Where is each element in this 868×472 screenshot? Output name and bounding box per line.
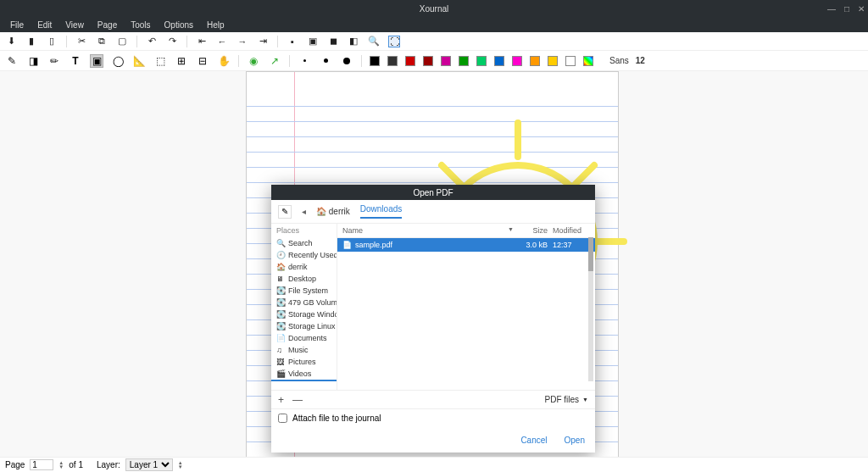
menu-file[interactable]: File [3,20,31,30]
ruler-icon[interactable]: ↗ [268,54,281,68]
file-list-header[interactable]: Name ▼ Size Modified [337,224,595,238]
path-back-button[interactable]: ◂ [302,207,306,216]
col-modified: Modified [548,226,590,235]
highlighter-tool[interactable]: ✏ [47,54,61,68]
fullscreen-button[interactable]: ⛶ [388,36,400,47]
place-documents[interactable]: 📄Documents [271,332,337,344]
place-derrik[interactable]: 🏠derrik [271,261,337,273]
text-tool[interactable]: T [69,54,82,68]
eraser-tool[interactable]: ◨ [26,54,40,68]
place-479-gb-volume[interactable]: 💽479 GB Volume [271,297,337,308]
places-sidebar: Places 🔍Search🕘Recently Used🏠derrik🖥Desk… [271,224,337,390]
zoom-tool-button[interactable]: 🔍 [368,36,380,47]
menu-tools[interactable]: Tools [124,20,157,30]
menu-page[interactable]: Page [91,20,124,30]
remove-bookmark-button[interactable]: — [292,394,303,406]
layer-spinner[interactable]: ▲▼ [178,461,183,469]
place-file-system[interactable]: 💽File System [271,285,337,297]
save-button[interactable]: ⬇ [5,36,17,47]
place-recently-used[interactable]: 🕘Recently Used [271,249,337,261]
color-pink[interactable] [512,56,522,66]
color-green[interactable] [459,56,469,66]
place-pictures[interactable]: 🖼Pictures [271,356,337,368]
vertical-space-tool[interactable]: ⊟ [196,54,209,68]
cut-button[interactable]: ✂ [75,36,87,47]
edit-path-button[interactable]: ✎ [278,205,292,219]
prev-page-button[interactable]: ← [216,36,228,47]
color-black[interactable] [370,56,380,66]
undo-button[interactable]: ↶ [146,36,158,47]
color-red[interactable] [405,56,415,66]
open-button[interactable]: Open [565,436,585,445]
shape-tool[interactable]: ◯ [111,54,125,68]
color-yellow[interactable] [548,56,558,66]
maximize-button[interactable]: □ [844,4,849,14]
font-size: 12 [636,56,645,65]
zoom-in-button[interactable]: ◼ [327,36,339,47]
shape-recognizer-tool[interactable]: ◉ [247,54,260,68]
redo-button[interactable]: ↷ [166,36,178,47]
open-button[interactable]: ▯ [46,36,58,47]
place-videos[interactable]: 🎬Videos [271,368,337,380]
thickness-thick[interactable] [340,54,353,68]
color-darkred[interactable] [423,56,433,66]
file-filter-dropdown[interactable]: PDF files▼ [545,395,589,404]
next-page-button[interactable]: → [236,36,248,47]
breadcrumb-home[interactable]: 🏠 derrik [316,207,350,216]
dialog-toolbar: + — PDF files▼ [271,390,595,408]
menu-edit[interactable]: Edit [31,20,58,30]
cancel-button[interactable]: Cancel [520,436,547,445]
color-orange[interactable] [530,56,540,66]
color-white[interactable] [565,56,576,66]
place-desktop[interactable]: 🖥Desktop [271,273,337,285]
font-family: Sans [609,56,629,65]
pen-tool[interactable]: ✎ [5,54,19,68]
breadcrumb-current[interactable]: Downloads [360,204,402,219]
copy-button[interactable]: ⧉ [96,36,108,47]
zoom-out-button[interactable]: ▪ [287,36,298,47]
add-bookmark-button[interactable]: + [278,394,284,406]
place-search[interactable]: 🔍Search [271,237,337,249]
hand-tool[interactable]: ✋ [217,54,231,68]
place-music[interactable]: ♫Music [271,344,337,356]
image-tool[interactable]: ▣ [90,54,103,68]
ruler-tool[interactable]: 📐 [132,54,146,68]
color-custom[interactable] [583,56,593,66]
color-blue[interactable] [494,56,504,66]
zoom-width-button[interactable]: ◧ [348,36,359,47]
place-downloads[interactable]: ⬇Downloads [271,380,337,381]
canvas-area: Open PDF ✎ ◂ 🏠 derrik Downloads Places 🔍… [0,71,868,457]
minimize-button[interactable]: — [827,4,836,14]
layer-select[interactable]: Layer 1 [125,458,173,471]
zoom-fit-button[interactable]: ▣ [307,36,319,47]
select-region-tool[interactable]: ⊞ [175,54,188,68]
attach-label: Attach file to the journal [292,414,381,423]
thickness-medium[interactable] [319,54,332,68]
attach-checkbox[interactable] [278,414,287,423]
menu-help[interactable]: Help [200,20,231,30]
tool-toolbar: ✎ ◨ ✏ T ▣ ◯ 📐 ⬚ ⊞ ⊟ ✋ ◉ ↗ Sans 12 [0,51,868,71]
menu-options[interactable]: Options [158,20,200,30]
status-bar: Page ▲▼ of 1 Layer: Layer 1 ▲▼ [0,457,868,472]
menu-view[interactable]: View [58,20,91,30]
page-input[interactable] [30,459,53,470]
page-spinner[interactable]: ▲▼ [58,461,64,469]
color-magenta[interactable] [441,56,451,66]
file-scrollbar[interactable] [588,237,593,381]
place-storage-windows[interactable]: 💽Storage Windows [271,308,337,320]
color-cyan[interactable] [476,56,487,66]
file-row[interactable]: 📄sample.pdf3.0 kB12:37 [337,238,595,252]
font-display[interactable]: Sans 12 [609,56,645,65]
first-page-button[interactable]: ⇤ [196,36,208,47]
new-button[interactable]: ▮ [25,36,37,47]
color-darkgray[interactable] [387,56,398,66]
dialog-path-bar: ✎ ◂ 🏠 derrik Downloads [271,200,595,224]
paste-button[interactable]: ▢ [116,36,128,47]
close-button[interactable]: ✕ [858,4,865,14]
select-rect-tool[interactable]: ⬚ [153,54,167,68]
last-page-button[interactable]: ⇥ [257,36,269,47]
col-name: Name [342,226,508,235]
attach-row: Attach file to the journal [271,408,595,427]
place-storage-linux[interactable]: 💽Storage Linux [271,320,337,332]
thickness-fine[interactable] [298,54,311,68]
